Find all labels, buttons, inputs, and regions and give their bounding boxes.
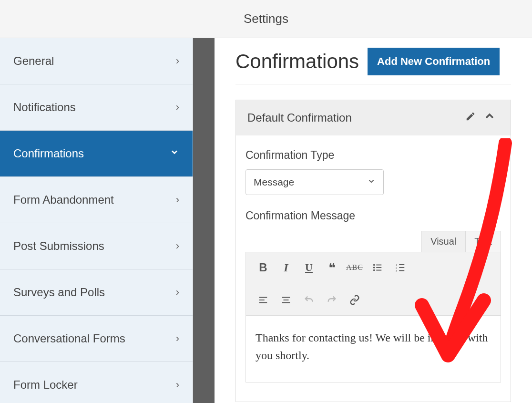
tab-text[interactable]: Text	[465, 231, 501, 252]
confirmation-panel: Default Confirmation Confirmation Type M…	[235, 100, 511, 402]
svg-point-2	[373, 267, 375, 269]
numbered-list-button[interactable]: 123	[390, 258, 411, 277]
svg-rect-14	[259, 302, 267, 303]
chevron-right-icon: ›	[176, 55, 179, 67]
chevron-right-icon: ›	[176, 286, 179, 299]
select-value: Message	[254, 176, 294, 188]
settings-sidebar: General › Notifications › Confirmations …	[0, 38, 193, 403]
svg-rect-15	[282, 297, 290, 298]
confirmation-type-label: Confirmation Type	[246, 149, 501, 162]
sidebar-item-label: Post Submissions	[13, 239, 104, 253]
chevron-right-icon: ›	[176, 240, 179, 252]
chevron-right-icon: ›	[176, 379, 179, 391]
svg-point-4	[373, 269, 375, 271]
page-header-title: Settings	[244, 11, 288, 26]
align-left-button[interactable]	[253, 290, 274, 310]
add-new-confirmation-button[interactable]: Add New Confirmation	[368, 48, 500, 75]
page-title-row: Confirmations Add New Confirmation	[235, 48, 511, 84]
underline-button[interactable]: U	[298, 258, 319, 277]
chevron-down-icon	[367, 176, 376, 188]
redo-button[interactable]	[321, 290, 342, 310]
chevron-down-icon	[170, 147, 179, 160]
sidebar-item-label: General	[13, 54, 54, 68]
sidebar-item-form-locker[interactable]: Form Locker ›	[0, 362, 193, 403]
editor-text: Thanks for contacting us! We will be in …	[256, 331, 488, 362]
sidebar-item-surveys-polls[interactable]: Surveys and Polls ›	[0, 269, 193, 316]
sidebar-item-label: Notifications	[13, 101, 76, 114]
editor-toolbar: B I U ❝ ABC 123	[246, 252, 501, 316]
sidebar-item-general[interactable]: General ›	[0, 38, 193, 84]
sidebar-item-confirmations[interactable]: Confirmations	[0, 131, 193, 177]
main-content: Confirmations Add New Confirmation Defau…	[215, 38, 532, 403]
svg-rect-12	[259, 297, 267, 298]
sidebar-item-notifications[interactable]: Notifications ›	[0, 84, 193, 131]
editor-textarea[interactable]: Thanks for contacting us! We will be in …	[246, 316, 501, 382]
svg-rect-1	[376, 265, 381, 266]
sidebar-item-label: Confirmations	[13, 147, 84, 160]
svg-rect-17	[282, 302, 290, 303]
settings-header: Settings	[0, 0, 532, 38]
svg-rect-3	[376, 267, 381, 268]
svg-rect-7	[399, 264, 404, 265]
panel-title: Default Confirmation	[247, 111, 352, 124]
sidebar-item-label: Form Locker	[13, 378, 78, 392]
blockquote-button[interactable]: ❝	[321, 258, 342, 277]
svg-rect-5	[376, 270, 381, 271]
sidebar-item-conversational-forms[interactable]: Conversational Forms ›	[0, 316, 193, 362]
panel-divider	[193, 38, 215, 403]
sidebar-item-label: Surveys and Polls	[13, 286, 105, 299]
edit-icon[interactable]	[461, 111, 480, 124]
confirmation-panel-body: Confirmation Type Message Confirmation M…	[236, 135, 511, 402]
svg-point-0	[373, 264, 375, 266]
editor-tabs: Visual Text	[246, 231, 501, 252]
sidebar-item-post-submissions[interactable]: Post Submissions ›	[0, 223, 193, 269]
strikethrough-button[interactable]: ABC	[344, 258, 365, 277]
collapse-icon[interactable]	[480, 111, 499, 125]
sidebar-item-label: Conversational Forms	[13, 332, 125, 345]
page-title: Confirmations	[235, 50, 359, 73]
sidebar-item-label: Form Abandonment	[13, 193, 114, 207]
confirmation-message-label: Confirmation Message	[246, 209, 501, 222]
rich-text-editor: Visual Text B I U ❝ ABC 123	[246, 231, 501, 382]
chevron-right-icon: ›	[176, 194, 179, 206]
tab-visual[interactable]: Visual	[421, 231, 465, 252]
undo-button[interactable]	[298, 290, 319, 310]
sidebar-item-form-abandonment[interactable]: Form Abandonment ›	[0, 177, 193, 223]
align-center-button[interactable]	[276, 290, 297, 310]
confirmation-type-select[interactable]: Message	[246, 169, 384, 195]
chevron-right-icon: ›	[176, 101, 179, 114]
body-layout: General › Notifications › Confirmations …	[0, 38, 532, 403]
italic-button[interactable]: I	[276, 258, 297, 277]
link-button[interactable]	[344, 290, 365, 310]
confirmation-panel-header[interactable]: Default Confirmation	[236, 100, 511, 135]
bold-button[interactable]: B	[253, 258, 274, 277]
bullet-list-button[interactable]	[367, 258, 388, 277]
svg-text:3: 3	[396, 269, 397, 272]
svg-rect-16	[284, 300, 289, 300]
svg-rect-13	[259, 300, 265, 300]
svg-rect-11	[399, 270, 404, 271]
chevron-right-icon: ›	[176, 332, 179, 345]
svg-rect-9	[399, 267, 404, 268]
